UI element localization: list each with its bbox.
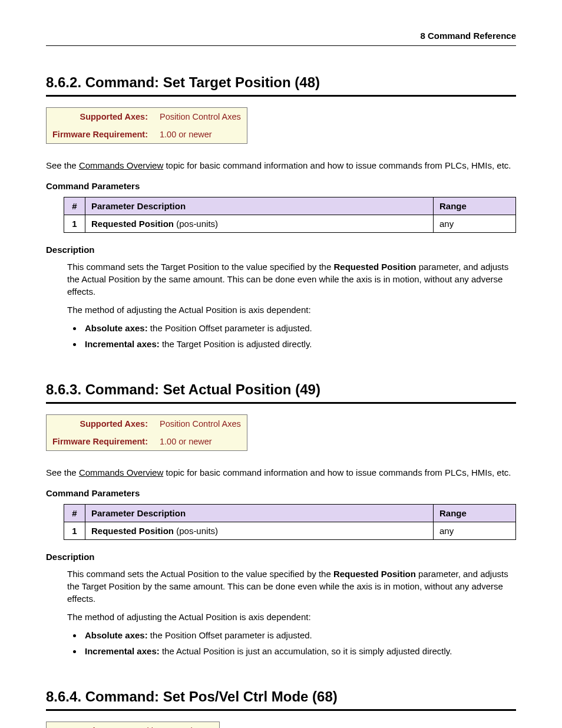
section-heading-863: 8.6.3. Command: Set Actual Position (49) <box>46 380 516 404</box>
description-block-862: This command sets the Target Position to… <box>67 261 516 350</box>
param-range: any <box>434 522 516 540</box>
description-heading: Description <box>46 551 516 563</box>
list-item: Absolute axes: the Position Offset param… <box>82 629 516 641</box>
param-num: 1 <box>64 522 85 540</box>
col-range: Range <box>434 505 516 522</box>
list-item: Incremental axes: the Target Position is… <box>82 338 516 350</box>
col-num: # <box>64 505 85 522</box>
param-num: 1 <box>64 215 85 233</box>
info-box-864: Supported Axes: Position Control Axes <box>46 722 220 728</box>
table-row: 1 Requested Position (pos-units) any <box>64 215 516 233</box>
section-heading-864: 8.6.4. Command: Set Pos/Vel Ctrl Mode (6… <box>46 687 516 711</box>
firmware-req-value: 1.00 or newer <box>154 433 247 451</box>
info-box-862: Supported Axes: Position Control Axes Fi… <box>46 107 247 144</box>
description-block-863: This command sets the Actual Position to… <box>67 568 516 657</box>
bullet-bold: Absolute axes: <box>85 630 148 640</box>
col-range: Range <box>434 197 516 215</box>
param-desc-rest: (pos-units) <box>174 526 218 536</box>
desc-p1b: Requested Position <box>333 569 416 579</box>
supported-axes-label: Supported Axes: <box>47 722 127 728</box>
params-table-863: # Parameter Description Range 1 Requeste… <box>64 504 516 540</box>
commands-overview-link[interactable]: Commands Overview <box>79 467 163 477</box>
bullet-bold: Absolute axes: <box>85 323 148 333</box>
intro-suffix: topic for basic command information and … <box>163 467 511 477</box>
intro-paragraph: See the Commands Overview topic for basi… <box>46 159 516 172</box>
col-num: # <box>64 197 85 215</box>
desc-p2: The method of adjusting the Actual Posit… <box>67 304 516 316</box>
param-range: any <box>434 215 516 233</box>
desc-p2: The method of adjusting the Actual Posit… <box>67 611 516 623</box>
bullet-rest: the Target Position is adjusted directly… <box>160 339 312 349</box>
desc-p1b: Requested Position <box>333 262 416 272</box>
bullet-list: Absolute axes: the Position Offset param… <box>82 629 516 657</box>
intro-paragraph: See the Commands Overview topic for basi… <box>46 466 516 479</box>
description-heading: Description <box>46 243 516 256</box>
firmware-req-value: 1.00 or newer <box>154 126 247 144</box>
desc-p1a: This command sets the Target Position to… <box>67 262 333 272</box>
params-table-862: # Parameter Description Range 1 Requeste… <box>64 197 516 233</box>
bullet-bold: Incremental axes: <box>85 646 160 656</box>
list-item: Incremental axes: the Actual Position is… <box>82 645 516 657</box>
supported-axes-value: Position Control Axes <box>126 722 219 728</box>
bullet-rest: the Position Offset parameter is adjuste… <box>148 630 312 640</box>
col-desc: Parameter Description <box>85 505 434 522</box>
desc-p1: This command sets the Target Position to… <box>67 261 516 298</box>
list-item: Absolute axes: the Position Offset param… <box>82 322 516 334</box>
bullet-list: Absolute axes: the Position Offset param… <box>82 322 516 350</box>
bullet-bold: Incremental axes: <box>85 339 160 349</box>
supported-axes-value: Position Control Axes <box>154 107 247 126</box>
param-desc-bold: Requested Position <box>91 219 174 229</box>
param-desc: Requested Position (pos-units) <box>85 215 434 233</box>
desc-p1: This command sets the Actual Position to… <box>67 568 516 605</box>
commands-overview-link[interactable]: Commands Overview <box>79 160 163 170</box>
supported-axes-label: Supported Axes: <box>47 414 154 433</box>
command-params-heading: Command Parameters <box>46 180 516 192</box>
param-desc-bold: Requested Position <box>91 526 174 536</box>
col-desc: Parameter Description <box>85 197 434 215</box>
supported-axes-value: Position Control Axes <box>154 414 247 433</box>
param-desc-rest: (pos-units) <box>174 219 218 229</box>
supported-axes-label: Supported Axes: <box>47 107 154 126</box>
param-desc: Requested Position (pos-units) <box>85 522 434 540</box>
intro-prefix: See the <box>46 467 79 477</box>
bullet-rest: the Position Offset parameter is adjuste… <box>148 323 312 333</box>
desc-p1a: This command sets the Actual Position to… <box>67 569 333 579</box>
header-right: 8 Command Reference <box>420 31 516 41</box>
intro-suffix: topic for basic command information and … <box>163 160 511 170</box>
command-params-heading: Command Parameters <box>46 487 516 499</box>
intro-prefix: See the <box>46 160 79 170</box>
firmware-req-label: Firmware Requirement: <box>47 433 154 451</box>
info-box-863: Supported Axes: Position Control Axes Fi… <box>46 414 247 452</box>
page-header: 8 Command Reference <box>46 29 516 46</box>
table-row: 1 Requested Position (pos-units) any <box>64 522 516 540</box>
section-heading-862: 8.6.2. Command: Set Target Position (48) <box>46 73 516 97</box>
bullet-rest: the Actual Position is just an accumulat… <box>160 646 452 656</box>
firmware-req-label: Firmware Requirement: <box>47 126 154 144</box>
